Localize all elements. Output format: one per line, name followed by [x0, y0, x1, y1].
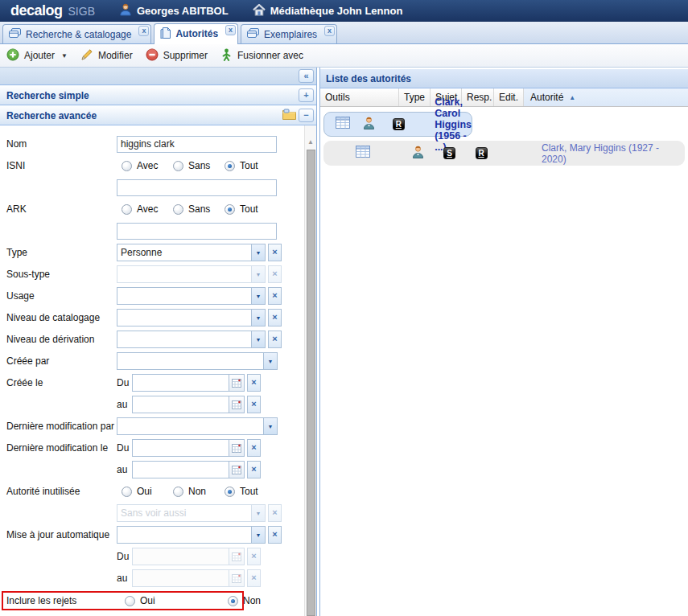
niveau-derivation-clear-button[interactable]: ×: [268, 331, 282, 348]
creee-par-combo[interactable]: ▼: [117, 352, 278, 370]
table-row[interactable]: S R Clark, Mary Higgins (1927 - 2020): [323, 141, 685, 166]
form-scrollbar[interactable]: ▲: [304, 125, 316, 616]
current-user[interactable]: Georges ABITBOL: [119, 3, 229, 18]
form-row-maj-auto-du: Du ×: [0, 548, 316, 565]
authority-link[interactable]: Clark, Carol Higgins (1956 - ...): [435, 97, 472, 153]
merge-button[interactable]: Fusionner avec: [220, 48, 303, 64]
maj-auto-select[interactable]: ▼: [117, 526, 266, 544]
autorite-inutilisee-option-non[interactable]: Non: [173, 486, 225, 497]
autorite-inutilisee-option-tout[interactable]: Tout: [225, 486, 276, 497]
nom-input[interactable]: [117, 136, 277, 153]
delete-button[interactable]: Supprimer: [146, 48, 208, 64]
radio-icon[interactable]: [122, 161, 132, 171]
creee-le-du-input[interactable]: [133, 375, 229, 391]
ark-option-sans[interactable]: Sans: [173, 203, 225, 215]
usage-select[interactable]: ▼: [117, 287, 266, 305]
modify-button[interactable]: Modifier: [80, 48, 133, 64]
radio-icon[interactable]: [125, 596, 135, 606]
add-button[interactable]: Ajouter ▼: [6, 48, 68, 64]
ark-input[interactable]: [117, 223, 277, 240]
advanced-search-header[interactable]: Recherche avancée −: [0, 105, 316, 125]
authority-link[interactable]: Clark, Mary Higgins (1927 - 2020): [542, 142, 685, 165]
calendar-icon[interactable]: [229, 396, 244, 413]
dm-le-du-clear-button[interactable]: ×: [247, 439, 261, 457]
isni-input[interactable]: [117, 179, 277, 196]
dm-le-du-input[interactable]: [133, 440, 229, 456]
tab-autorites[interactable]: Autorités x: [154, 23, 238, 44]
collapse-panel-button[interactable]: «: [299, 69, 314, 83]
radio-selected-icon[interactable]: [225, 161, 235, 171]
dm-le-du-datefield[interactable]: [132, 439, 245, 457]
scrollbar-thumb[interactable]: [307, 150, 315, 616]
type-clear-button[interactable]: ×: [268, 244, 282, 261]
chevron-down-icon[interactable]: ▼: [251, 244, 265, 261]
radio-selected-icon[interactable]: [225, 204, 235, 215]
column-header-autorite[interactable]: Autorité ▲: [524, 88, 688, 106]
radio-icon[interactable]: [173, 487, 183, 497]
dm-le-au-clear-button[interactable]: ×: [247, 461, 261, 478]
advanced-search-form: Nom ISNI Avec Sans Tout ARK Avec Sa: [0, 125, 316, 616]
radio-icon[interactable]: [122, 204, 132, 215]
simple-search-header[interactable]: Recherche simple +: [0, 85, 316, 105]
dm-par-combo[interactable]: ▼: [117, 417, 278, 435]
radio-icon[interactable]: [122, 487, 132, 497]
ark-option-tout[interactable]: Tout: [225, 203, 276, 215]
detail-grid-icon[interactable]: [356, 146, 370, 161]
chevron-down-icon[interactable]: ▼: [251, 310, 265, 326]
creee-le-au-input[interactable]: [133, 396, 229, 413]
radio-selected-icon[interactable]: [225, 487, 235, 497]
isni-radio-group: Avec Sans Tout: [117, 160, 276, 171]
dm-le-au-input[interactable]: [133, 462, 229, 478]
column-header-edit[interactable]: Edit.: [494, 88, 524, 106]
calendar-icon[interactable]: [229, 462, 244, 478]
ark-option-avec[interactable]: Avec: [122, 203, 173, 215]
collapse-section-button[interactable]: −: [299, 109, 314, 122]
tab-exemplaires[interactable]: Exemplaires x: [241, 24, 337, 43]
save-search-icon[interactable]: [282, 109, 296, 123]
niveau-catalogage-clear-button[interactable]: ×: [268, 309, 282, 326]
tab-close-icon[interactable]: x: [138, 26, 149, 36]
form-row-nom: Nom: [0, 135, 316, 153]
du-label: Du: [117, 442, 132, 454]
creee-le-du-datefield[interactable]: [132, 374, 245, 392]
chevron-down-icon[interactable]: ▼: [251, 527, 265, 543]
scroll-up-icon[interactable]: ▲: [307, 138, 314, 146]
creee-le-du-clear-button[interactable]: ×: [247, 374, 261, 392]
niveau-catalogage-select[interactable]: ▼: [117, 309, 266, 326]
calendar-icon[interactable]: [229, 375, 244, 391]
inclure-rejets-option-non[interactable]: Non: [228, 595, 279, 606]
form-row-maj-auto: Mise à jour automatique ▼ ×: [0, 526, 316, 544]
column-header-outils[interactable]: Outils: [320, 88, 399, 106]
radio-icon[interactable]: [173, 204, 183, 215]
chevron-down-icon[interactable]: ▼: [263, 353, 277, 369]
detail-grid-icon[interactable]: [336, 117, 350, 132]
inclure-rejets-option-oui[interactable]: Oui: [125, 595, 176, 606]
row-authority-cell[interactable]: Clark, Carol Higgins (1956 - ...): [420, 97, 472, 153]
calendar-icon[interactable]: [229, 440, 244, 456]
creee-le-au-clear-button[interactable]: ×: [247, 396, 261, 413]
radio-icon[interactable]: [173, 161, 183, 171]
radio-selected-icon[interactable]: [228, 596, 238, 606]
niveau-derivation-select[interactable]: ▼: [117, 331, 266, 348]
tab-close-icon[interactable]: x: [324, 26, 335, 36]
table-row[interactable]: R Clark, Carol Higgins (1956 - ...): [323, 112, 472, 137]
isni-option-sans[interactable]: Sans: [173, 160, 225, 171]
chevron-down-icon[interactable]: ▼: [263, 418, 277, 434]
usage-clear-button[interactable]: ×: [268, 287, 282, 305]
isni-option-avec[interactable]: Avec: [122, 160, 173, 171]
sujet-badge: S: [443, 147, 455, 159]
isni-option-tout[interactable]: Tout: [225, 160, 276, 171]
chevron-down-icon[interactable]: ▼: [251, 288, 265, 304]
creee-le-au-datefield[interactable]: [132, 396, 245, 413]
expand-section-button[interactable]: +: [299, 88, 314, 102]
tab-close-icon[interactable]: x: [225, 25, 236, 35]
row-authority-cell[interactable]: Clark, Mary Higgins (1927 - 2020): [527, 142, 685, 165]
type-select[interactable]: Personne ▼: [117, 244, 266, 261]
maj-auto-clear-button[interactable]: ×: [268, 526, 282, 544]
autorite-inutilisee-option-oui[interactable]: Oui: [122, 486, 173, 497]
current-location[interactable]: Médiathèque John Lennon: [253, 4, 403, 18]
dm-le-au-datefield[interactable]: [132, 461, 245, 478]
chevron-down-icon[interactable]: ▼: [251, 331, 265, 347]
form-row-creee-le-au: au ×: [0, 396, 316, 413]
tab-recherche-catalogage[interactable]: Recherche & catalogage x: [2, 24, 151, 43]
